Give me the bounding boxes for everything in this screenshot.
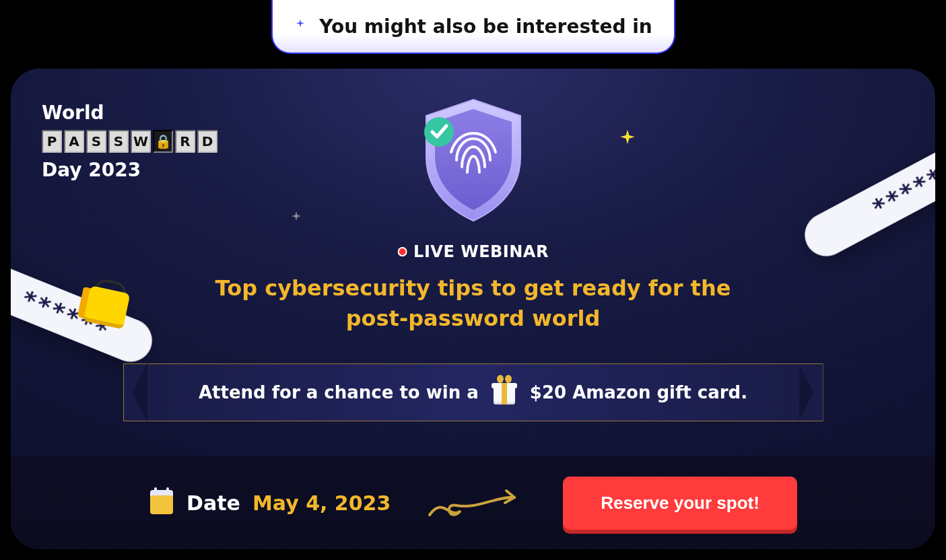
suggestion-tag-text: You might also be interested in — [319, 15, 652, 38]
talk-title: Top cybersecurity tips to get ready for … — [197, 273, 749, 334]
offer-text-pre: Attend for a chance to win a — [199, 382, 479, 403]
tile-letter: R — [175, 130, 195, 153]
date-value: May 4, 2023 — [252, 491, 391, 515]
arrow-swirl-icon — [423, 483, 531, 523]
offer-ribbon: Attend for a chance to win a $20 Amazon … — [123, 363, 823, 421]
calendar-icon — [149, 490, 174, 516]
date-label: Date — [187, 491, 240, 515]
promo-card: World P A S S W 🔒 R D Day 2023 ****** **… — [11, 69, 935, 549]
live-dot-icon — [397, 247, 407, 256]
tile-letter: D — [197, 130, 217, 153]
star-icon — [617, 128, 638, 149]
event-logo: World P A S S W 🔒 R D Day 2023 — [42, 101, 217, 182]
tile-letter: S — [86, 130, 106, 153]
sparkle-icon — [294, 18, 307, 34]
offer-text-post: $20 Amazon gift card. — [530, 382, 747, 403]
suggestion-tag: You might also be interested in — [271, 0, 675, 54]
password-tiles: P A S S W 🔒 R D — [42, 130, 217, 153]
gift-icon — [489, 378, 519, 407]
tile-letter: P — [42, 130, 62, 153]
star-icon — [288, 210, 304, 226]
tile-letter: A — [64, 130, 84, 153]
shopping-bag-icon — [76, 271, 140, 335]
tile-letter: W — [131, 130, 151, 153]
logo-line-1: World — [42, 101, 217, 125]
date-block: Date May 4, 2023 — [149, 490, 391, 516]
footer-bar: Date May 4, 2023 Reserve your spot! — [11, 456, 935, 549]
logo-line-3: Day 2023 — [42, 158, 217, 182]
live-indicator: LIVE WEBINAR — [397, 242, 549, 261]
fingerprint-shield-icon — [406, 93, 541, 228]
tile-letter: S — [108, 130, 129, 153]
reserve-button[interactable]: Reserve your spot! — [563, 477, 797, 530]
live-label: LIVE WEBINAR — [413, 242, 549, 261]
tile-lock-icon: 🔒 — [153, 130, 173, 153]
